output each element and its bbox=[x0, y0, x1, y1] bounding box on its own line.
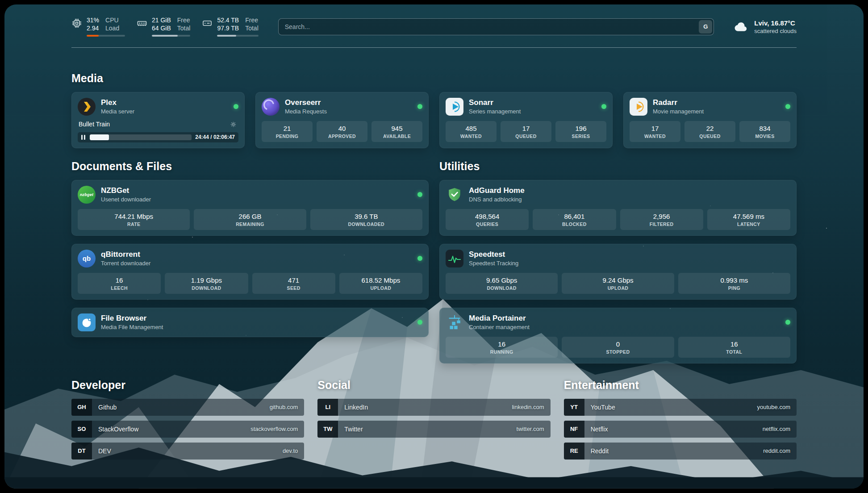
app-name: AdGuard Home bbox=[469, 186, 525, 195]
stat-latency: 47.569 msLATENCY bbox=[707, 209, 790, 230]
section-utilities: Utilities bbox=[439, 160, 797, 363]
app-name: NZBGet bbox=[101, 186, 151, 195]
stat-pending: 21PENDING bbox=[262, 121, 313, 142]
search-provider-button[interactable]: G bbox=[699, 20, 712, 33]
app-card-plex[interactable]: Plex Media server Bullet Train bbox=[71, 92, 245, 148]
stat-wanted: 17WANTED bbox=[630, 121, 680, 142]
stat-stopped: 0STOPPED bbox=[562, 337, 674, 358]
cpu-label: CPU bbox=[105, 17, 119, 24]
bookmark-row-github[interactable]: GH Github github.com bbox=[71, 399, 304, 416]
bookmark-row-linkedin[interactable]: LI LinkedIn linkedin.com bbox=[317, 399, 550, 416]
section-title-documents: Documents & Files bbox=[71, 160, 429, 173]
weather-condition: scattered clouds bbox=[754, 28, 797, 34]
app-card-sonarr[interactable]: Sonarr Series management 485WANTED 17QUE… bbox=[439, 92, 613, 148]
section-title-media: Media bbox=[71, 72, 797, 85]
bookmark-row-reddit[interactable]: RE Reddit reddit.com bbox=[564, 443, 797, 460]
section-title-utilities: Utilities bbox=[439, 160, 797, 173]
status-dot bbox=[785, 104, 790, 109]
section-entertainment: Entertainment YT YouTube youtube.com NF … bbox=[564, 379, 797, 464]
disk-icon bbox=[202, 18, 213, 29]
status-dot bbox=[417, 256, 422, 261]
memory-icon bbox=[137, 18, 147, 29]
playback-time: 24:44 / 02:06:47 bbox=[195, 134, 235, 140]
section-title-social: Social bbox=[317, 379, 550, 392]
bookmark-name: YouTube bbox=[591, 404, 615, 411]
bookmark-abbr: GH bbox=[71, 399, 92, 416]
bookmark-abbr: TW bbox=[317, 421, 338, 438]
memory-total-value: 64 GiB bbox=[152, 25, 171, 32]
disk-meter bbox=[217, 35, 258, 37]
weather-location: Lviv, 16.87°C bbox=[754, 19, 797, 27]
bookmark-name: Github bbox=[98, 404, 117, 411]
app-name: Speedtest bbox=[469, 250, 518, 259]
bookmark-row-twitter[interactable]: TW Twitter twitter.com bbox=[317, 421, 550, 438]
bookmark-url: dev.to bbox=[283, 447, 298, 454]
app-card-adguard[interactable]: AdGuard Home DNS and adblocking 498,564Q… bbox=[439, 180, 797, 236]
bookmark-url: reddit.com bbox=[763, 447, 790, 454]
stat-leech: 16LEECH bbox=[78, 273, 161, 294]
app-subtitle: Container management bbox=[469, 324, 530, 330]
stat-queries: 498,564QUERIES bbox=[446, 209, 529, 230]
cpu-chip-icon bbox=[71, 18, 82, 29]
topbar-divider bbox=[71, 47, 797, 48]
app-name: qBittorrent bbox=[101, 250, 150, 259]
bookmark-url: linkedin.com bbox=[512, 404, 544, 410]
section-title-developer: Developer bbox=[71, 379, 304, 392]
bookmark-name: Netflix bbox=[591, 426, 608, 433]
search-input[interactable] bbox=[278, 18, 714, 35]
sonarr-icon bbox=[446, 98, 463, 116]
bookmark-abbr: YT bbox=[564, 399, 584, 416]
disk-total-value: 97.9 TB bbox=[217, 25, 239, 32]
plex-icon bbox=[78, 98, 96, 116]
pause-button[interactable] bbox=[80, 134, 86, 141]
stat-upload: 618.52 MbpsUPLOAD bbox=[339, 273, 422, 294]
stat-queued: 17QUEUED bbox=[501, 121, 551, 142]
app-card-nzbget[interactable]: nzbget NZBGet Usenet downloader 744.21 M… bbox=[71, 180, 429, 236]
overseerr-icon bbox=[262, 98, 280, 116]
stat-available: 945AVAILABLE bbox=[371, 121, 422, 142]
section-title-entertainment: Entertainment bbox=[564, 379, 797, 392]
bookmark-abbr: LI bbox=[317, 399, 338, 416]
app-card-overseerr[interactable]: Overseerr Media Requests 21PENDING 40APP… bbox=[255, 92, 429, 148]
disk-widget: 52.4 TB 97.9 TB Free Total bbox=[202, 17, 258, 37]
status-dot bbox=[417, 320, 422, 325]
qbittorrent-icon: qb bbox=[78, 250, 96, 267]
app-subtitle: Series management bbox=[469, 108, 521, 115]
app-name: Plex bbox=[101, 98, 134, 107]
bookmark-row-dev[interactable]: DT DEV dev.to bbox=[71, 443, 304, 460]
bookmark-name: LinkedIn bbox=[344, 404, 368, 411]
search-bar: G bbox=[278, 18, 714, 35]
disk-free-value: 52.4 TB bbox=[217, 17, 239, 24]
bookmark-row-stackoverflow[interactable]: SO StackOverflow stackoverflow.com bbox=[71, 421, 304, 438]
cpu-meter bbox=[87, 35, 125, 37]
app-card-radarr[interactable]: Radarr Movie management 17WANTED 22QUEUE… bbox=[623, 92, 797, 148]
settings-gear-icon[interactable] bbox=[229, 120, 238, 129]
filebrowser-icon bbox=[78, 313, 96, 331]
app-card-filebrowser[interactable]: File Browser Media File Management bbox=[71, 308, 429, 337]
stat-ping: 0.993 msPING bbox=[678, 273, 790, 294]
stat-rate: 744.21 MbpsRATE bbox=[78, 209, 190, 230]
stat-total: 16TOTAL bbox=[678, 337, 790, 358]
memory-total-label: Total bbox=[177, 25, 191, 32]
cpu-percent: 31% bbox=[87, 17, 99, 24]
bookmark-abbr: RE bbox=[564, 443, 584, 460]
bookmark-name: StackOverflow bbox=[98, 426, 138, 433]
app-card-speedtest[interactable]: Speedtest Speedtest Tracking 9.65 GbpsDO… bbox=[439, 244, 797, 300]
status-dot bbox=[417, 104, 422, 109]
bookmark-url: stackoverflow.com bbox=[250, 426, 298, 432]
app-subtitle: Media Requests bbox=[285, 108, 327, 115]
bookmark-row-youtube[interactable]: YT YouTube youtube.com bbox=[564, 399, 797, 416]
bookmark-url: netflix.com bbox=[763, 426, 790, 432]
stat-filtered: 2,956FILTERED bbox=[620, 209, 703, 230]
bookmark-row-netflix[interactable]: NF Netflix netflix.com bbox=[564, 421, 797, 438]
disk-free-label: Free bbox=[245, 17, 259, 24]
memory-free-value: 21 GiB bbox=[152, 17, 171, 24]
speedtest-icon bbox=[446, 250, 463, 267]
stat-remaining: 266 GBREMAINING bbox=[194, 209, 306, 230]
app-card-qbittorrent[interactable]: qb qBittorrent Torrent downloader 16LEEC… bbox=[71, 244, 429, 300]
stat-blocked: 86,401BLOCKED bbox=[533, 209, 616, 230]
playback-progress[interactable] bbox=[90, 134, 192, 140]
app-card-portainer[interactable]: Media Portainer Container management 16R… bbox=[439, 308, 797, 363]
stat-download: 9.65 GbpsDOWNLOAD bbox=[446, 273, 558, 294]
stat-downloaded: 39.6 TBDOWNLOADED bbox=[310, 209, 422, 230]
